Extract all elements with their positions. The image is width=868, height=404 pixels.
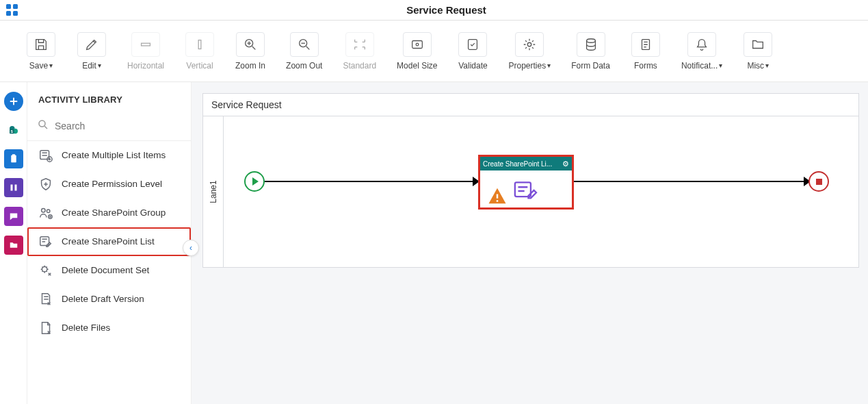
activity-library-panel: ACTIVITY LIBRARY Create Multiple List It… [27, 82, 192, 404]
start-node[interactable] [244, 171, 265, 192]
flow-connector[interactable] [265, 181, 478, 182]
app-header: Service Request [0, 0, 868, 21]
standard-button: Standard [337, 28, 382, 75]
svg-rect-32 [497, 200, 499, 202]
svg-text:S: S [10, 129, 13, 134]
edit-icon [77, 32, 106, 57]
svg-rect-8 [412, 40, 422, 48]
gear-delete-icon [37, 262, 55, 279]
app-logo[interactable] [0, 3, 25, 17]
svg-rect-30 [515, 182, 531, 197]
process-canvas: Service Request Lane1 Create SharePoi [202, 93, 859, 268]
bell-icon [687, 32, 716, 57]
validate-button[interactable]: Validate [452, 28, 493, 75]
svg-point-9 [416, 43, 419, 46]
canvas-body[interactable]: Lane1 Create SharePoint Li... ⚙ [203, 116, 858, 267]
rail-clipboard-button[interactable] [4, 149, 23, 168]
save-button[interactable]: Save▾ [21, 28, 62, 75]
lib-item-create-sharepoint-list[interactable]: Create SharePoint List [27, 227, 191, 256]
svg-rect-2 [6, 11, 11, 16]
canvas-area[interactable]: Service Request Lane1 Create SharePoi [192, 82, 868, 404]
group-plus-icon [37, 204, 55, 222]
edit-button[interactable]: Edit▾ [71, 28, 112, 75]
file-delete-icon [37, 290, 55, 308]
svg-rect-18 [11, 155, 16, 163]
gear-icon [515, 32, 544, 57]
toolbar: Save▾ Edit▾ Horizontal Vertical Zoom In … [0, 21, 868, 82]
zoom-out-icon [290, 32, 319, 57]
gear-icon[interactable]: ⚙ [562, 160, 569, 168]
search-input[interactable] [55, 121, 181, 131]
lane-label: Lane1 [209, 180, 218, 203]
lib-item-create-permission-level[interactable]: Create Permission Level [27, 170, 191, 199]
chevron-down-icon: ▾ [719, 62, 722, 69]
lib-item-delete-draft-version[interactable]: Delete Draft Version [27, 285, 191, 314]
library-list: Create Multiple List Items Create Permis… [27, 141, 191, 404]
activity-titlebar: Create SharePoint Li... ⚙ [480, 157, 572, 171]
stop-icon [816, 179, 822, 185]
svg-point-11 [528, 42, 532, 47]
chevron-left-icon: ‹ [189, 243, 192, 253]
rail-folder-button[interactable] [4, 236, 23, 255]
list-edit-icon [513, 181, 539, 201]
forms-icon [631, 32, 660, 57]
svg-point-25 [42, 209, 46, 213]
horizontal-button: Horizontal [122, 28, 170, 75]
misc-button[interactable]: Misc▾ [737, 28, 778, 75]
svg-rect-21 [14, 185, 16, 191]
library-title: ACTIVITY LIBRARY [27, 82, 191, 114]
lib-item-create-sharepoint-group[interactable]: Create SharePoint Group [27, 199, 191, 227]
end-node[interactable] [808, 171, 829, 192]
page-title: Service Request [25, 4, 868, 16]
database-icon [577, 32, 605, 57]
properties-button[interactable]: Properties▾ [503, 28, 556, 75]
notifications-button[interactable]: Notificat...▾ [676, 28, 728, 75]
chevron-down-icon: ▾ [547, 62, 551, 69]
forms-button[interactable]: Forms [625, 28, 666, 75]
lib-item-delete-files[interactable]: Delete Files [27, 314, 191, 342]
model-size-button[interactable]: Model Size [391, 28, 443, 75]
svg-point-26 [47, 210, 50, 213]
rail-add-button[interactable] [4, 92, 23, 111]
lib-item-delete-document-set[interactable]: Delete Document Set [27, 256, 191, 285]
svg-rect-31 [497, 194, 499, 199]
chevron-down-icon: ▾ [98, 62, 101, 69]
file-x-icon [37, 319, 55, 337]
flow-connector[interactable] [574, 181, 809, 182]
folder-icon [744, 32, 772, 57]
model-size-icon [403, 32, 432, 57]
shield-plus-icon [37, 175, 55, 193]
canvas-title: Service Request [203, 94, 858, 116]
svg-point-22 [39, 121, 45, 127]
form-data-button[interactable]: Form Data [566, 28, 616, 75]
zoom-out-button[interactable]: Zoom Out [280, 28, 328, 75]
chevron-down-icon: ▾ [49, 62, 53, 69]
svg-rect-10 [469, 39, 477, 49]
activity-create-sharepoint-list[interactable]: Create SharePoint Li... ⚙ [478, 155, 574, 210]
rail-columns-button[interactable] [4, 178, 23, 197]
list-edit-icon [37, 233, 55, 251]
vertical-icon [185, 32, 214, 57]
warning-icon [484, 186, 510, 209]
play-icon [252, 177, 259, 186]
lane-gutter: Lane1 [203, 116, 224, 267]
search-icon [37, 118, 49, 134]
collapse-library-button[interactable]: ‹ [183, 240, 199, 256]
library-search[interactable] [27, 114, 191, 141]
svg-rect-19 [12, 154, 15, 155]
save-icon [27, 32, 55, 57]
activity-title: Create SharePoint Li... [483, 160, 552, 168]
side-rail: S [0, 82, 27, 404]
svg-rect-0 [6, 4, 11, 9]
svg-rect-5 [198, 40, 201, 49]
svg-rect-4 [142, 43, 150, 46]
zoom-in-button[interactable]: Zoom In [230, 28, 271, 75]
lane[interactable]: Create SharePoint Li... ⚙ [224, 116, 858, 267]
svg-rect-3 [13, 11, 18, 16]
rail-sharepoint-button[interactable]: S [4, 121, 23, 140]
validate-icon [458, 32, 487, 57]
standard-icon [345, 32, 374, 57]
rail-chat-button[interactable] [4, 207, 23, 226]
activity-body [480, 171, 572, 212]
lib-item-create-multiple-list-items[interactable]: Create Multiple List Items [27, 141, 191, 170]
